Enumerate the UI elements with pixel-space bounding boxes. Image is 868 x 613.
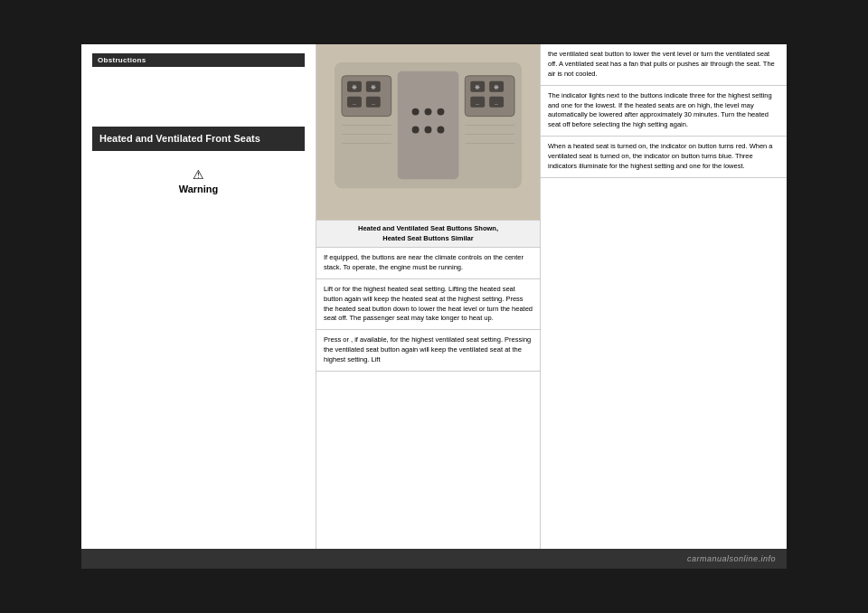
middle-column: ❋ ❋ ‥ ‥ ❋ ❋ ‥ ‥ — [316, 44, 541, 569]
svg-text:❋: ❋ — [475, 84, 480, 90]
svg-point-26 — [437, 127, 444, 134]
left-column: Obstructions Heated and Ventilated Front… — [81, 44, 316, 569]
right-column: the ventilated seat button to lower the … — [541, 44, 787, 569]
right-text-block-3: When a heated seat is turned on, the ind… — [541, 137, 787, 178]
middle-text-block-3: Press or , if available, for the highest… — [316, 330, 540, 372]
svg-point-21 — [412, 108, 420, 116]
seat-image-svg: ❋ ❋ ‥ ‥ ❋ ❋ ‥ ‥ — [316, 44, 540, 220]
svg-text:‥: ‥ — [353, 100, 356, 106]
page-container: Obstructions Heated and Ventilated Front… — [0, 0, 868, 613]
svg-point-23 — [437, 108, 444, 116]
svg-point-24 — [412, 127, 420, 134]
svg-text:❋: ❋ — [371, 84, 376, 90]
caption-line1: Heated and Ventilated Seat Buttons Shown… — [324, 224, 533, 234]
svg-text:‥: ‥ — [476, 100, 479, 106]
right-col-inner: the ventilated seat button to lower the … — [541, 44, 787, 569]
warning-label: Warning — [179, 184, 219, 194]
left-spacer — [92, 72, 305, 127]
right-text-block-1: the ventilated seat button to lower the … — [541, 44, 787, 86]
seat-image-container: ❋ ❋ ‥ ‥ ❋ ❋ ‥ ‥ — [316, 44, 540, 221]
section-title: Heated and Ventilated Front Seats — [99, 132, 297, 146]
svg-point-22 — [425, 108, 432, 116]
watermark-text: carmanualsonline.info — [687, 554, 776, 563]
caption-line2: Heated Seat Buttons Similar — [324, 234, 533, 244]
document-page: Obstructions Heated and Ventilated Front… — [81, 44, 787, 569]
svg-point-25 — [425, 127, 432, 134]
svg-text:❋: ❋ — [494, 84, 499, 90]
watermark-bar: carmanualsonline.info — [81, 549, 787, 569]
svg-text:❋: ❋ — [352, 84, 357, 90]
middle-text-block-1: If equipped, the buttons are near the cl… — [316, 248, 540, 279]
image-caption: Heated and Ventilated Seat Buttons Shown… — [316, 221, 540, 248]
svg-rect-20 — [398, 71, 459, 179]
middle-text-sections: If equipped, the buttons are near the cl… — [316, 248, 540, 569]
middle-text-block-2: Lift or for the highest heated seat sett… — [316, 279, 540, 331]
obstructions-header: Obstructions — [92, 53, 305, 67]
warning-icon: ⚠ — [193, 167, 204, 182]
svg-text:‥: ‥ — [495, 100, 498, 106]
section-title-box: Heated and Ventilated Front Seats — [92, 127, 305, 151]
warning-block: ⚠ Warning — [92, 167, 305, 194]
svg-text:‥: ‥ — [372, 100, 375, 106]
right-text-block-2: The indicator lights next to the buttons… — [541, 86, 787, 137]
